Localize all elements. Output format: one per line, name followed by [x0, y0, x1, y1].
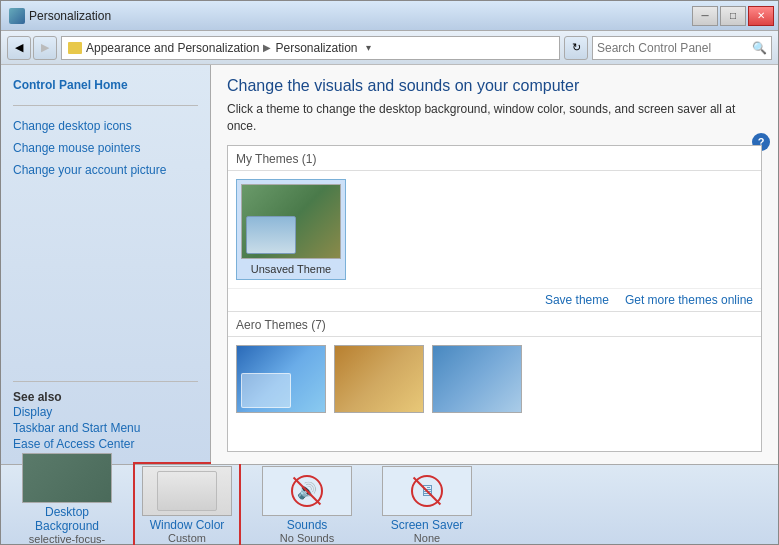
window-color-sublabel: Custom [168, 532, 206, 544]
see-also-section: See also Display Taskbar and Start Menu … [13, 375, 198, 452]
aero-themes-grid [228, 337, 761, 421]
forward-button[interactable]: ▶ [33, 36, 57, 60]
my-themes-label: My Themes (1) [228, 146, 761, 171]
folder-icon [68, 42, 82, 54]
window-color-preview [142, 466, 232, 516]
close-button[interactable]: ✕ [748, 6, 774, 26]
control-panel-home-link[interactable]: Control Panel Home [13, 77, 198, 93]
title-bar: Personalization ─ □ ✕ [1, 1, 778, 31]
ease-of-access-link[interactable]: Ease of Access Center [13, 436, 198, 452]
desktop-bg-label[interactable]: Desktop Background [17, 505, 117, 533]
nav-buttons: ◀ ▶ [7, 36, 57, 60]
breadcrumb-bar: Appearance and Personalization ▶ Persona… [61, 36, 560, 60]
screensaver-visual: 🖥 [383, 467, 471, 515]
sounds-visual: 🔊 [263, 467, 351, 515]
breadcrumb-dropdown[interactable]: ▾ [366, 42, 371, 53]
refresh-button[interactable]: ↻ [564, 36, 588, 60]
desktop-bg-image [23, 454, 111, 502]
customization-bar: Desktop Background selective-focus-phot.… [1, 464, 778, 544]
save-theme-link[interactable]: Save theme [545, 293, 609, 307]
main-content: Control Panel Home Change desktop icons … [1, 65, 778, 464]
main-window: Personalization ─ □ ✕ ◀ ▶ Appearance and… [0, 0, 779, 545]
title-bar-left: Personalization [9, 8, 111, 24]
search-icon: 🔍 [752, 41, 767, 55]
sounds-label[interactable]: Sounds [287, 518, 328, 532]
my-themes-grid: Unsaved Theme [228, 171, 761, 288]
sounds-sublabel: No Sounds [280, 532, 334, 544]
change-desktop-icons-link[interactable]: Change desktop icons [13, 118, 198, 134]
sounds-preview: 🔊 [262, 466, 352, 516]
desktop-background-item[interactable]: Desktop Background selective-focus-phot.… [17, 453, 117, 546]
desktop-bg-sublabel: selective-focus-phot... [17, 533, 117, 546]
aero-theme-1[interactable] [236, 345, 326, 413]
see-also-label: See also [13, 390, 198, 404]
no-sound-icon: 🔊 [291, 475, 323, 507]
theme-window [246, 216, 296, 254]
breadcrumb-path[interactable]: Appearance and Personalization [86, 41, 259, 55]
title-bar-controls: ─ □ ✕ [692, 6, 774, 26]
get-more-themes-link[interactable]: Get more themes online [625, 293, 753, 307]
sidebar: Control Panel Home Change desktop icons … [1, 65, 211, 464]
screensaver-item[interactable]: 🖥 Screen Saver None [377, 466, 477, 544]
breadcrumb-separator: ▶ [263, 42, 271, 53]
sounds-item[interactable]: 🔊 Sounds No Sounds [257, 466, 357, 544]
desktop-bg-preview [22, 453, 112, 503]
themes-container[interactable]: My Themes (1) Unsaved Theme Save theme G… [227, 145, 762, 452]
maximize-button[interactable]: □ [720, 6, 746, 26]
screensaver-sublabel: None [414, 532, 440, 544]
panel-title: Change the visuals and sounds on your co… [227, 77, 762, 95]
address-bar: ◀ ▶ Appearance and Personalization ▶ Per… [1, 31, 778, 65]
change-mouse-pointers-link[interactable]: Change mouse pointers [13, 140, 198, 156]
no-screensaver-icon: 🖥 [411, 475, 443, 507]
theme-preview [241, 184, 341, 259]
window-color-label[interactable]: Window Color [150, 518, 225, 532]
window-icon [9, 8, 25, 24]
unsaved-theme-item[interactable]: Unsaved Theme [236, 179, 346, 280]
aero-themes-label: Aero Themes (7) [228, 311, 761, 337]
minimize-button[interactable]: ─ [692, 6, 718, 26]
screensaver-label[interactable]: Screen Saver [391, 518, 464, 532]
change-account-picture-link[interactable]: Change your account picture [13, 162, 198, 178]
sidebar-divider-2 [13, 381, 198, 382]
aero-theme-3[interactable] [432, 345, 522, 413]
breadcrumb-current[interactable]: Personalization [275, 41, 357, 55]
theme-label: Unsaved Theme [251, 263, 332, 275]
search-bar: 🔍 [592, 36, 772, 60]
aero-theme-2[interactable] [334, 345, 424, 413]
back-button[interactable]: ◀ [7, 36, 31, 60]
search-input[interactable] [597, 41, 748, 55]
themes-actions: Save theme Get more themes online [228, 288, 761, 311]
window-color-item[interactable]: Window Color Custom [137, 466, 237, 544]
window-color-swatch [143, 467, 231, 515]
sidebar-divider-1 [13, 105, 198, 106]
title-bar-text: Personalization [29, 9, 111, 23]
taskbar-start-link[interactable]: Taskbar and Start Menu [13, 420, 198, 436]
right-panel: ? Change the visuals and sounds on your … [211, 65, 778, 464]
panel-description: Click a theme to change the desktop back… [227, 101, 762, 135]
display-link[interactable]: Display [13, 404, 198, 420]
screensaver-preview: 🖥 [382, 466, 472, 516]
